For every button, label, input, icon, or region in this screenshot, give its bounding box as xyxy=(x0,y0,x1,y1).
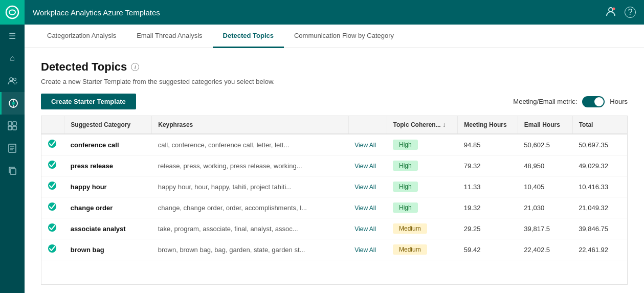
metric-control: Meeting/Email metric: Hours xyxy=(513,96,628,107)
app-header: Workplace Analytics Azure Templates ? xyxy=(25,0,644,25)
col-header-total[interactable]: Total xyxy=(572,116,627,134)
coherence-badge-4: Medium xyxy=(393,223,427,234)
view-all-link-2[interactable]: View All xyxy=(354,184,376,191)
info-icon[interactable]: i xyxy=(131,63,139,71)
page-subtitle: Create a new Starter Template from the s… xyxy=(41,78,628,85)
check-icon-0 xyxy=(48,141,57,150)
row-email-0: 50,602.5 xyxy=(518,134,572,155)
row-check-5[interactable] xyxy=(41,239,64,260)
svg-rect-9 xyxy=(8,126,12,130)
sidebar-item-copy[interactable] xyxy=(0,160,25,182)
svg-point-0 xyxy=(6,6,18,18)
table-row: conference call call, conference, confer… xyxy=(41,134,627,155)
category-name-3: change order xyxy=(71,204,113,212)
coherence-badge-1: High xyxy=(393,161,418,171)
col-header-viewall xyxy=(348,116,387,134)
col-header-coherence[interactable]: Topic Coheren... ↓ xyxy=(387,116,458,134)
table-row: brown bag brown, brown bag, bag, garden,… xyxy=(41,239,627,260)
view-all-link-5[interactable]: View All xyxy=(354,246,376,254)
help-icon[interactable]: ? xyxy=(625,7,636,18)
main-wrapper: Workplace Analytics Azure Templates ? Ca… xyxy=(25,0,644,293)
row-meeting-1: 79.32 xyxy=(458,155,518,176)
row-email-3: 21,030 xyxy=(518,197,572,218)
row-keyphrases-4: take, program, associate, final, analyst… xyxy=(152,218,349,239)
col-header-email[interactable]: Email Hours xyxy=(518,116,572,134)
svg-rect-10 xyxy=(13,126,16,130)
row-coherence-0: High xyxy=(387,134,458,155)
row-coherence-3: High xyxy=(387,197,458,218)
row-check-0[interactable] xyxy=(41,134,64,155)
tab-bar: Categorization Analysis Email Thread Ana… xyxy=(25,25,644,48)
row-check-1[interactable] xyxy=(41,155,64,176)
header-icons: ? xyxy=(605,6,636,19)
keyphrases-text-0: call, conference, conference call, lette… xyxy=(158,141,290,149)
row-category-2: happy hour xyxy=(64,176,152,197)
check-icon-5 xyxy=(48,246,57,255)
tab-detected-topics[interactable]: Detected Topics xyxy=(213,25,284,48)
row-check-3[interactable] xyxy=(41,197,64,218)
table-row: press release release, press, working, p… xyxy=(41,155,627,176)
col-header-keyphrases[interactable]: Keyphrases xyxy=(152,116,349,134)
table-row: change order change, change order, order… xyxy=(41,197,627,218)
row-category-5: brown bag xyxy=(64,239,152,260)
row-email-1: 48,950 xyxy=(518,155,572,176)
row-viewall-0[interactable]: View All xyxy=(348,134,387,155)
view-all-link-4[interactable]: View All xyxy=(354,226,376,233)
page-content: Detected Topics i Create a new Starter T… xyxy=(25,48,644,293)
row-keyphrases-3: change, change order, order, accomplishm… xyxy=(152,197,349,218)
metric-toggle[interactable] xyxy=(582,96,605,107)
sidebar-item-analytics[interactable] xyxy=(0,92,25,115)
row-viewall-2[interactable]: View All xyxy=(348,176,387,197)
view-all-link-0[interactable]: View All xyxy=(354,142,376,149)
row-total-5: 22,461.92 xyxy=(572,239,627,260)
row-category-0: conference call xyxy=(64,134,152,155)
row-check-2[interactable] xyxy=(41,176,64,197)
view-all-link-1[interactable]: View All xyxy=(354,163,376,170)
row-viewall-3[interactable]: View All xyxy=(348,197,387,218)
tab-email-thread-analysis[interactable]: Email Thread Analysis xyxy=(126,25,212,48)
row-check-4[interactable] xyxy=(41,218,64,239)
row-keyphrases-1: release, press, working, press release, … xyxy=(152,155,349,176)
page-title-text: Detected Topics xyxy=(41,60,127,74)
tab-categorization-analysis[interactable]: Categorization Analysis xyxy=(37,25,126,48)
category-name-5: brown bag xyxy=(71,246,104,254)
app-logo xyxy=(0,0,25,25)
row-keyphrases-2: happy hour, hour, happy, tahiti, project… xyxy=(152,176,349,197)
row-viewall-4[interactable]: View All xyxy=(348,218,387,239)
sidebar-item-menu[interactable]: ☰ xyxy=(0,25,25,47)
table-row: happy hour happy hour, hour, happy, tahi… xyxy=(41,176,627,197)
check-icon-4 xyxy=(48,225,57,234)
row-keyphrases-0: call, conference, conference call, lette… xyxy=(152,134,349,155)
sidebar-item-grid[interactable] xyxy=(0,115,25,137)
row-coherence-4: Medium xyxy=(387,218,458,239)
sidebar: ☰ ⌂ xyxy=(0,0,25,293)
row-meeting-0: 94.85 xyxy=(458,134,518,155)
view-all-link-3[interactable]: View All xyxy=(354,205,376,212)
row-viewall-1[interactable]: View All xyxy=(348,155,387,176)
tab-communication-flow[interactable]: Communication Flow by Category xyxy=(284,25,404,48)
create-starter-template-button[interactable]: Create Starter Template xyxy=(41,94,136,109)
row-meeting-5: 59.42 xyxy=(458,239,518,260)
toolbar: Create Starter Template Meeting/Email me… xyxy=(41,94,628,109)
metric-value-label: Hours xyxy=(610,98,628,105)
svg-rect-15 xyxy=(10,169,16,174)
app-title: Workplace Analytics Azure Templates xyxy=(33,8,605,17)
row-viewall-5[interactable]: View All xyxy=(348,239,387,260)
table-header-row: Suggested Category Keyphrases Topic Cohe… xyxy=(41,116,627,134)
row-meeting-2: 11.33 xyxy=(458,176,518,197)
sidebar-item-home[interactable]: ⌂ xyxy=(0,47,25,70)
svg-rect-7 xyxy=(8,122,12,125)
sidebar-item-people[interactable] xyxy=(0,70,25,92)
row-meeting-3: 19.32 xyxy=(458,197,518,218)
sidebar-item-reports[interactable] xyxy=(0,137,25,160)
svg-point-2 xyxy=(14,78,16,81)
keyphrases-text-3: change, change order, order, accomplishm… xyxy=(158,204,307,212)
row-email-4: 39,817.5 xyxy=(518,218,572,239)
user-icon[interactable] xyxy=(605,6,616,19)
row-category-4: associate analyst xyxy=(64,218,152,239)
col-header-meeting[interactable]: Meeting Hours xyxy=(458,116,518,134)
coherence-badge-3: High xyxy=(393,202,418,213)
col-header-check xyxy=(41,116,64,134)
col-header-category[interactable]: Suggested Category xyxy=(64,116,152,134)
check-icon-2 xyxy=(48,183,57,192)
